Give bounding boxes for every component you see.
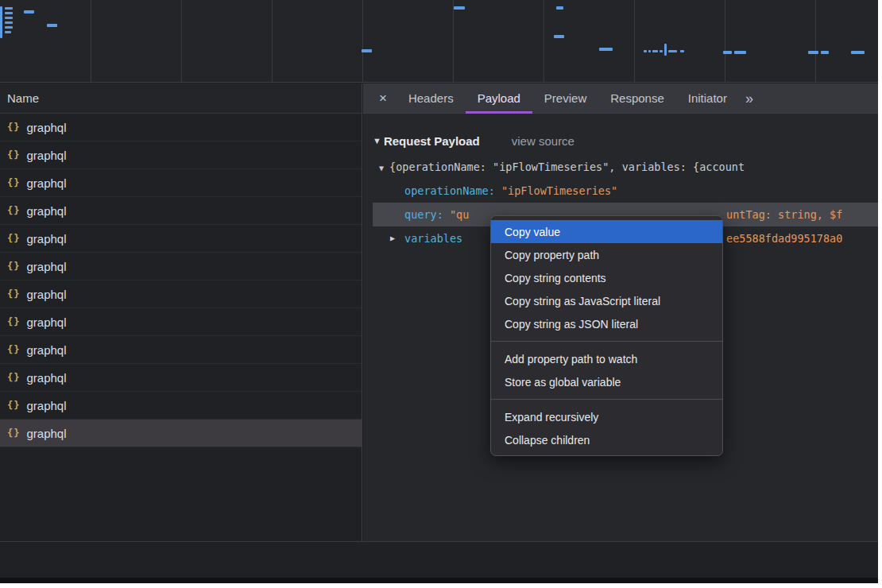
request-list: {}graphql{}graphql{}graphql{}graphql{}gr… [0, 114, 362, 447]
menu-item-copy-string-as-json-literal[interactable]: Copy string as JSON literal [491, 312, 722, 335]
request-name: graphql [26, 399, 66, 412]
request-row[interactable]: {}graphql [0, 225, 362, 253]
request-name: graphql [26, 204, 66, 218]
footer-area [0, 541, 878, 578]
request-name: graphql [26, 288, 66, 301]
timeline-gridline [815, 0, 816, 82]
request-name: graphql [26, 427, 66, 440]
request-name: graphql [26, 149, 66, 162]
timeline-gridline [91, 0, 91, 82]
timeline-gridline [634, 0, 635, 82]
tab-list: HeadersPayloadPreviewResponseInitiator [397, 83, 739, 114]
fetch-json-icon: {} [7, 372, 20, 383]
request-row[interactable]: {}graphql [0, 114, 362, 141]
tree-root-row[interactable]: ▼{operationName: "ipFlowTimeseries", var… [373, 155, 878, 179]
fetch-json-icon: {} [7, 344, 20, 355]
request-row[interactable]: {}graphql [0, 336, 362, 364]
view-source-link[interactable]: view source [512, 134, 574, 148]
timeline-gridline [181, 0, 182, 82]
expand-icon[interactable]: ▶ [390, 226, 395, 250]
menu-item-copy-value[interactable]: Copy value [491, 220, 722, 243]
tab-response[interactable]: Response [598, 83, 676, 114]
timeline-gridline [725, 0, 725, 82]
menu-item-collapse-children[interactable]: Collapse children [491, 428, 722, 451]
menu-item-copy-property-path[interactable]: Copy property path [491, 243, 722, 266]
request-row[interactable]: {}graphql [0, 197, 362, 225]
property-key: operationName: [404, 184, 495, 197]
timeline-bar [660, 50, 663, 52]
timeline-bar [5, 31, 11, 33]
property-key: query: [404, 208, 443, 221]
timeline-bar [668, 50, 677, 52]
close-icon[interactable]: × [369, 83, 397, 114]
menu-item-store-as-global-variable[interactable]: Store as global variable [491, 370, 722, 393]
request-payload-section: ▼ Request Payload view source [373, 131, 878, 150]
tab-payload[interactable]: Payload [466, 83, 532, 114]
fetch-json-icon: {} [7, 427, 20, 439]
timeline-bar [5, 26, 13, 29]
timeline-bar [599, 48, 613, 51]
timeline-bar [808, 51, 818, 54]
timeline-gridline [272, 0, 273, 82]
timeline-bar [821, 51, 829, 54]
overflow-tabs-icon[interactable]: » [745, 83, 753, 114]
fetch-json-icon: {} [7, 149, 20, 161]
menu-item-copy-string-as-javascript-literal[interactable]: Copy string as JavaScript literal [491, 289, 722, 312]
timeline-bar [734, 51, 746, 54]
timeline-bar [680, 50, 684, 52]
detail-tabs: × HeadersPayloadPreviewResponseInitiator… [363, 83, 878, 114]
collapse-icon[interactable]: ▼ [379, 164, 384, 172]
request-row[interactable]: {}graphql [0, 253, 362, 280]
section-title: Request Payload [384, 134, 480, 148]
fetch-json-icon: {} [7, 233, 20, 244]
request-row[interactable]: {}graphql [0, 280, 362, 308]
devtools-network-panel: Name {}graphql{}graphql{}graphql{}graphq… [0, 0, 878, 583]
property-value-fragment: untTag: string, $f [726, 203, 842, 226]
fetch-json-icon: {} [7, 122, 20, 133]
menu-item-copy-string-contents[interactable]: Copy string contents [491, 266, 722, 289]
request-row[interactable]: {}graphql [0, 141, 362, 169]
timeline-bar [0, 6, 2, 38]
request-row[interactable]: {}graphql [0, 420, 362, 447]
tab-headers[interactable]: Headers [397, 83, 466, 114]
request-name: graphql [26, 232, 66, 246]
timeline-bar [723, 51, 732, 54]
request-name: graphql [26, 260, 66, 273]
timeline-bar [5, 7, 13, 10]
property-value: "qu [443, 208, 470, 221]
timeline-bar [648, 50, 651, 52]
request-name: graphql [26, 176, 66, 190]
tree-row-operationname[interactable]: operationName: "ipFlowTimeseries" [373, 179, 878, 203]
window-bottom-edge [0, 578, 878, 583]
network-overview[interactable] [0, 0, 878, 83]
timeline-bar [5, 17, 13, 19]
property-key: variables [404, 232, 462, 245]
tab-initiator[interactable]: Initiator [676, 83, 739, 114]
fetch-json-icon: {} [7, 205, 20, 216]
timeline-bar [454, 6, 465, 10]
request-row[interactable]: {}graphql [0, 364, 362, 392]
request-row[interactable]: {}graphql [0, 392, 362, 420]
context-menu: Copy valueCopy property pathCopy string … [490, 215, 723, 456]
name-column-label: Name [7, 91, 39, 105]
menu-separator [491, 341, 722, 342]
section-collapse-icon[interactable]: ▼ [373, 136, 381, 145]
timeline-bar [24, 10, 34, 14]
request-row[interactable]: {}graphql [0, 308, 362, 336]
name-column-header[interactable]: Name [0, 83, 362, 114]
menu-separator [491, 399, 722, 400]
timeline-bar [652, 50, 658, 52]
timeline-bar [644, 50, 647, 52]
request-name: graphql [26, 371, 66, 385]
request-name: graphql [26, 343, 66, 357]
timeline-bar [5, 12, 13, 14]
timeline-bar [554, 35, 564, 38]
menu-item-expand-recursively[interactable]: Expand recursively [491, 405, 722, 428]
timeline-bar [664, 44, 667, 56]
object-preview: {operationName: "ipFlowTimeseries", vari… [389, 161, 745, 173]
request-row[interactable]: {}graphql [0, 169, 362, 197]
request-name: graphql [26, 315, 66, 329]
tab-preview[interactable]: Preview [532, 83, 598, 114]
timeline-gridline [362, 0, 363, 82]
menu-item-add-property-path-to-watch[interactable]: Add property path to watch [491, 347, 722, 370]
